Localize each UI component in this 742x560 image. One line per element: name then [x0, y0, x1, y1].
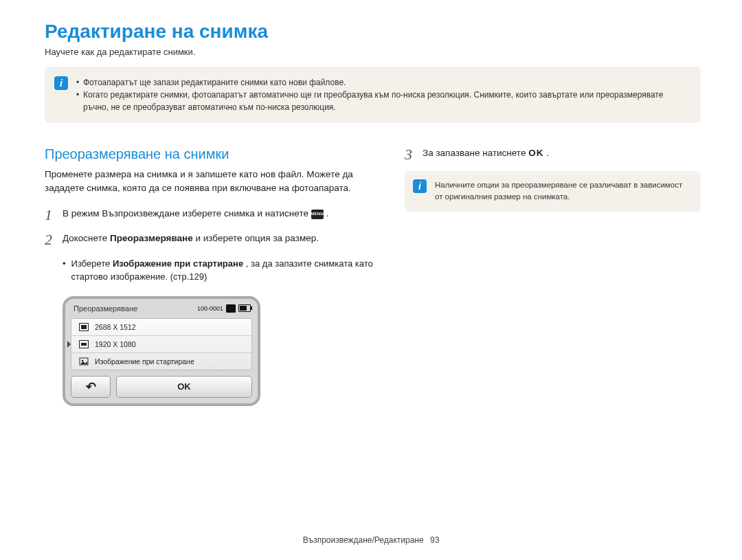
top-note-box: i Фотоапаратът ще запази редактираните с… — [45, 67, 701, 123]
section-intro: Променете размера на снимка и я запишете… — [45, 168, 374, 194]
svg-rect-1 — [81, 325, 87, 329]
top-note-item: Фотоапаратът ще запази редактираните сни… — [76, 76, 688, 89]
back-button[interactable]: ↶ — [71, 376, 111, 398]
info-icon: i — [413, 179, 427, 193]
camera-screen-mock: Преоразмеряване 100-0001 2688 X 1512 — [63, 296, 260, 406]
top-note-item: Когато редактирате снимки, фотоапаратът … — [76, 89, 688, 113]
startup-image-icon — [78, 357, 89, 366]
footer-page-number: 93 — [430, 535, 439, 545]
right-note-text: Наличните опции за преоразмеряване се ра… — [435, 179, 690, 203]
top-note-list: Фотоапаратът ще запази редактираните сни… — [76, 76, 688, 113]
step-text: За запазване натиснете — [423, 148, 528, 158]
camera-header-status: 100-0001 — [197, 304, 251, 313]
battery-icon — [238, 304, 251, 312]
step-3: 3 За запазване натиснете OK . — [405, 146, 701, 163]
step-body: В режим Възпроизвеждане изберете снимка … — [63, 207, 374, 221]
sub-text: Изберете — [71, 258, 113, 269]
step-2: 2 Докоснете Преоразмеряване и изберете о… — [45, 232, 374, 248]
step-number: 2 — [45, 232, 63, 248]
info-icon: i — [54, 76, 68, 90]
menu-icon: MENU — [311, 210, 324, 219]
step-number: 3 — [405, 146, 423, 163]
step-body: За запазване натиснете OK . — [423, 146, 701, 160]
step-number: 1 — [45, 207, 63, 223]
resize-option[interactable]: Изображение при стартиране — [71, 353, 251, 370]
resize-option[interactable]: 2688 X 1512 — [71, 319, 251, 336]
option-label: Изображение при стартиране — [95, 357, 194, 366]
resolution-icon — [78, 340, 89, 348]
resize-options-list: 2688 X 1512 1920 X 1080 Изображение при … — [71, 318, 252, 370]
svg-point-5 — [82, 359, 84, 361]
step-body: Докоснете Преоразмеряване и изберете опц… — [63, 232, 374, 245]
step-text: и изберете опция за размер. — [195, 233, 319, 243]
camera-bottom-bar: ↶ OK — [71, 376, 252, 398]
sub-bold: Изображение при стартиране — [113, 258, 243, 269]
step-text: . — [546, 148, 549, 158]
ok-glyph: OK — [528, 148, 543, 158]
camera-header: Преоразмеряване 100-0001 — [65, 299, 258, 315]
footer-section: Възпроизвеждане/Редактиране — [303, 535, 424, 545]
resolution-icon — [78, 323, 89, 331]
counter-text: 100-0001 — [197, 305, 223, 312]
section-title-resize: Преоразмеряване на снимки — [45, 146, 374, 162]
step-text: Докоснете — [63, 233, 110, 243]
camera-header-title: Преоразмеряване — [74, 304, 137, 313]
step-text: . — [326, 208, 328, 219]
page-title: Редактиране на снимка — [45, 21, 701, 43]
page-footer: Възпроизвеждане/Редактиране 93 — [0, 535, 742, 545]
step-1: 1 В режим Възпроизвеждане изберете снимк… — [45, 207, 374, 223]
storage-icon — [226, 304, 236, 313]
sub-bullet-body: Изберете Изображение при стартиране , за… — [71, 257, 374, 284]
page-subtitle: Научете как да редактирате снимки. — [45, 47, 701, 57]
resize-option-selected[interactable]: 1920 X 1080 — [71, 336, 251, 353]
bullet-dot: • — [63, 257, 66, 284]
ok-button[interactable]: OK — [116, 376, 252, 398]
option-label: 2688 X 1512 — [95, 323, 136, 331]
step-bold: Преоразмеряване — [110, 233, 193, 243]
step-sub-bullet: • Изберете Изображение при стартиране , … — [63, 257, 374, 284]
svg-rect-3 — [81, 343, 87, 346]
step-text: В режим Възпроизвеждане изберете снимка … — [63, 208, 311, 219]
right-note-box: i Наличните опции за преоразмеряване се … — [405, 171, 701, 212]
option-label: 1920 X 1080 — [95, 340, 136, 348]
